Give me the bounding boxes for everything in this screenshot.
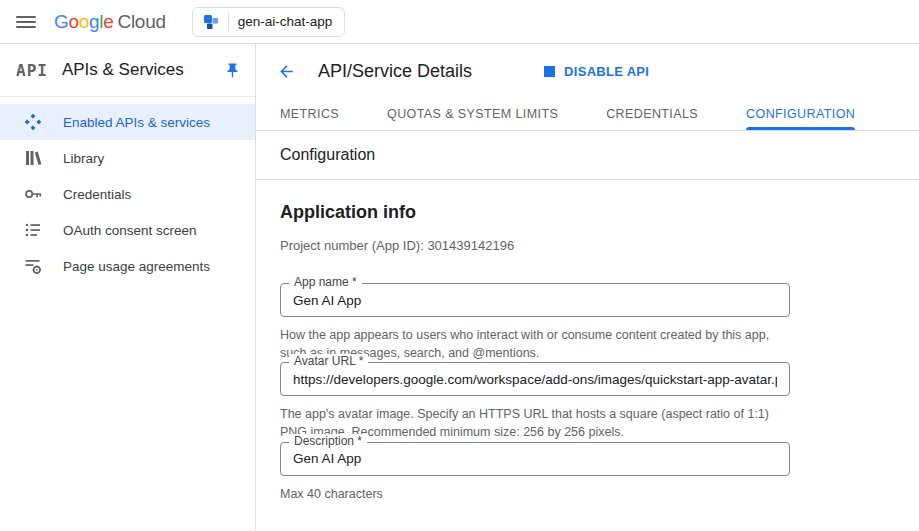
divider: [228, 13, 229, 31]
tab-label: CONFIGURATION: [746, 107, 855, 121]
stop-icon: [544, 66, 555, 77]
sidebar-item-label: Credentials: [63, 187, 131, 202]
sidebar-nav: Enabled APIs & services Library: [0, 97, 255, 284]
tab-label: QUOTAS & SYSTEM LIMITS: [387, 107, 558, 121]
sidebar-header: API APIs & Services: [0, 44, 255, 97]
credentials-icon: [24, 185, 42, 203]
configuration-section-header: Configuration: [256, 131, 919, 180]
page-header: API/Service Details DISABLE API: [256, 44, 919, 98]
tab-configuration[interactable]: CONFIGURATION: [746, 98, 855, 130]
tab-quotas-system-limits[interactable]: QUOTAS & SYSTEM LIMITS: [387, 98, 558, 130]
description-helper-text: Max 40 characters: [280, 485, 785, 503]
configuration-content: Application info Project number (App ID)…: [256, 180, 919, 525]
page-title: API/Service Details: [318, 61, 472, 82]
sidebar-item-label: OAuth consent screen: [63, 223, 197, 238]
project-selector[interactable]: gen-ai-chat-app: [192, 7, 346, 37]
avatar-url-field: Avatar URL *: [280, 362, 790, 396]
tab-label: METRICS: [280, 107, 339, 121]
page-usage-agreements-icon: [24, 257, 42, 275]
google-cloud-logo: Google Cloud: [54, 11, 166, 33]
avatar-url-label: Avatar URL *: [289, 354, 368, 368]
top-bar: Google Cloud gen-ai-chat-app: [0, 0, 919, 44]
enabled-apis-icon: [24, 113, 42, 131]
logo-letter: G: [54, 11, 68, 33]
sidebar-item-label: Page usage agreements: [63, 259, 210, 274]
disable-api-label: DISABLE API: [564, 64, 649, 79]
sidebar: API APIs & Services: [0, 44, 256, 531]
tab-label: CREDENTIALS: [606, 107, 698, 121]
oauth-consent-icon: [24, 221, 42, 239]
project-icon: [203, 14, 219, 30]
app-name-label: App name *: [289, 275, 362, 289]
tab-bar: METRICS QUOTAS & SYSTEM LIMITS CREDENTIA…: [256, 98, 919, 131]
description-label: Description *: [289, 434, 367, 448]
logo-letter: g: [89, 11, 99, 33]
main-panel: API/Service Details DISABLE API METRICS …: [256, 44, 919, 531]
sidebar-item-label: Enabled APIs & services: [63, 115, 210, 130]
sidebar-item-library[interactable]: Library: [0, 140, 255, 176]
app-name-field: App name *: [280, 283, 790, 317]
disable-api-button[interactable]: DISABLE API: [536, 58, 657, 85]
app-window: Google Cloud gen-ai-chat-app API APIs & …: [0, 0, 919, 531]
hamburger-icon[interactable]: [16, 12, 36, 32]
library-icon: [24, 149, 42, 167]
sidebar-item-oauth-consent[interactable]: OAuth consent screen: [0, 212, 255, 248]
logo-letter: e: [103, 11, 113, 33]
sidebar-item-credentials[interactable]: Credentials: [0, 176, 255, 212]
tab-metrics[interactable]: METRICS: [280, 98, 339, 130]
logo-letter: o: [68, 11, 78, 33]
description-field: Description *: [280, 442, 790, 476]
sidebar-title: APIs & Services: [62, 60, 184, 80]
logo-letter: o: [79, 11, 89, 33]
pin-icon[interactable]: [224, 62, 241, 79]
apis-services-logo-icon: API: [16, 61, 48, 80]
logo-cloud-text: Cloud: [118, 11, 166, 33]
project-number-text: Project number (App ID): 301439142196: [280, 238, 895, 253]
sidebar-item-enabled-apis[interactable]: Enabled APIs & services: [0, 104, 255, 140]
application-info-heading: Application info: [280, 202, 895, 223]
tab-credentials[interactable]: CREDENTIALS: [606, 98, 698, 130]
section-title: Configuration: [280, 146, 375, 164]
sidebar-item-label: Library: [63, 151, 104, 166]
sidebar-item-page-usage-agreements[interactable]: Page usage agreements: [0, 248, 255, 284]
back-arrow-icon[interactable]: [274, 59, 298, 83]
project-name: gen-ai-chat-app: [238, 14, 333, 29]
